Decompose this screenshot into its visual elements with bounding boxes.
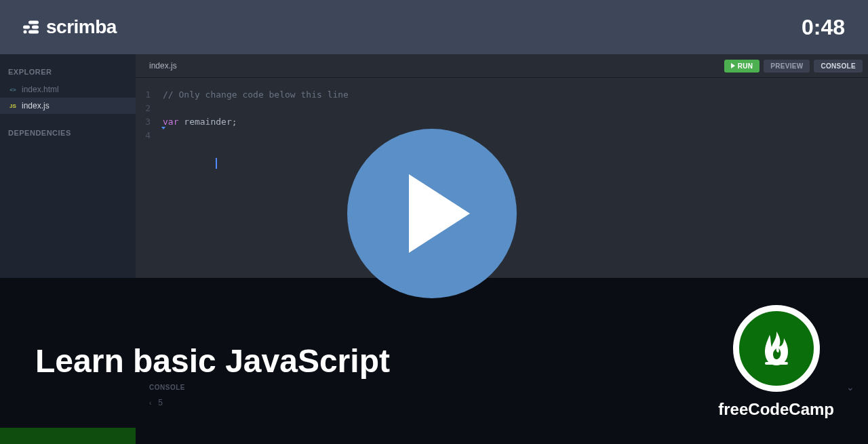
chevron-down-icon[interactable]: ⌄: [846, 382, 854, 392]
file-name: index.js: [22, 101, 50, 110]
text-cursor: [216, 158, 217, 169]
svg-rect-1: [28, 31, 39, 34]
html-file-icon: <>: [8, 85, 18, 94]
editor-tab[interactable]: index.js: [141, 61, 185, 70]
play-icon: [409, 174, 470, 253]
code-line: 1 // Only change code below this line: [136, 88, 868, 102]
svg-rect-3: [32, 26, 39, 29]
svg-point-0: [24, 31, 27, 34]
line-number: 3: [136, 115, 163, 129]
cursor-indicator-icon: [161, 127, 165, 129]
header: scrimba 0:48: [0, 0, 868, 54]
file-item-html[interactable]: <> index.html: [0, 81, 136, 98]
author-avatar: [733, 305, 820, 392]
console-title: CONSOLE: [149, 384, 185, 391]
timer: 0:48: [802, 15, 845, 40]
svg-rect-4: [28, 21, 39, 24]
line-content: [163, 102, 868, 115]
preview-button[interactable]: PREVIEW: [764, 60, 810, 73]
play-icon: [731, 63, 735, 68]
explorer-title: EXPLORER: [0, 62, 136, 81]
author-name: freeCodeCamp: [718, 400, 834, 419]
svg-rect-2: [23, 26, 30, 29]
editor-header: index.js RUN PREVIEW CONSOLE: [136, 54, 868, 78]
run-button[interactable]: RUN: [724, 60, 760, 73]
line-number: 1: [136, 88, 163, 102]
code-line: 3 var remainder;: [136, 115, 868, 129]
line-number: 2: [136, 102, 163, 115]
author-badge: freeCodeCamp: [718, 305, 834, 419]
progress-bar: [0, 428, 136, 444]
dependencies-title: DEPENDENCIES: [0, 123, 136, 142]
file-item-js[interactable]: JS index.js: [0, 98, 136, 114]
line-number: 4: [136, 129, 163, 183]
svg-rect-5: [765, 362, 788, 365]
scrimba-logo-icon: [23, 20, 39, 34]
flame-icon: [760, 328, 793, 369]
logo[interactable]: scrimba: [23, 16, 117, 38]
line-content: var remainder;: [163, 115, 868, 129]
code-line: 2: [136, 102, 868, 115]
course-title: Learn basic JavaScript: [35, 342, 390, 380]
line-content: [163, 129, 868, 183]
logo-text: scrimba: [46, 16, 117, 38]
file-name: index.html: [22, 85, 59, 94]
js-file-icon: JS: [8, 101, 18, 110]
run-label: RUN: [738, 62, 753, 70]
line-content: // Only change code below this line: [163, 88, 868, 102]
console-button[interactable]: CONSOLE: [814, 60, 863, 73]
console-value: 5: [158, 398, 163, 407]
sidebar: EXPLORER <> index.html JS index.js DEPEN…: [0, 54, 136, 278]
chevron-left-icon: ‹: [149, 399, 151, 407]
play-button[interactable]: [347, 129, 517, 298]
editor-buttons: RUN PREVIEW CONSOLE: [724, 60, 863, 73]
